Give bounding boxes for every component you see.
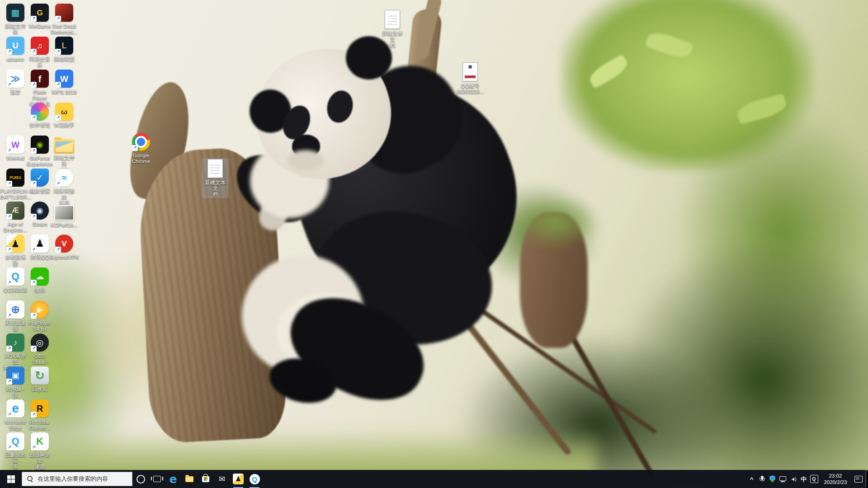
desktop-icon-wemod[interactable]: W↗WeMod (3, 136, 28, 161)
taskbar-cortana[interactable] (132, 470, 149, 488)
desktop-icon-tencent-qq[interactable]: ♟↗腾讯QQ (27, 235, 52, 260)
tray-microphone[interactable] (757, 470, 767, 488)
desktop-icon-kopu-photo[interactable]: KOPu61b... (52, 202, 77, 228)
desktop-icon-google-chrome[interactable]: ↗Google Chrome (128, 133, 154, 164)
icon-glyph: ♟ (35, 239, 44, 249)
desktop-icon-flash-repair[interactable]: f↗Flash Player 修复工具 (27, 70, 52, 107)
shortcut-arrow-icon: ↗ (55, 82, 61, 88)
tray-volume[interactable]: ◄) (788, 470, 798, 488)
tray-qq-tray[interactable]: Q (809, 470, 819, 488)
action-center-button[interactable] (852, 470, 865, 488)
desktop-icon-wechat[interactable]: ☁↗微信 (27, 267, 52, 293)
taskbar-mail[interactable]: ✉ (214, 470, 230, 488)
desktop-icon-netease-music[interactable]: ♫↗网易云音乐 (27, 37, 52, 68)
desktop-icon-steam[interactable]: ◉↗Steam (27, 202, 52, 227)
desktop-icon-label: PLAYERUN... BATTLEGR... (0, 188, 31, 200)
shortcut-arrow-icon: ↗ (31, 247, 37, 253)
shortcut-arrow-icon: ↗ (31, 82, 37, 88)
desktop-icon-label: 迅游网游加 速器 (27, 452, 52, 470)
show-desktop-button[interactable] (865, 470, 868, 488)
desktop-icon-label: upupoo (7, 56, 24, 62)
desktop-icon-red-dead-redemption[interactable]: ↗Red Dead Redempti... (52, 4, 77, 35)
desktop-icon-dolphin-accelerator[interactable]: ≈↗海豚网游加 速器 (52, 169, 77, 206)
taskbar-penguin-esports[interactable]: ♟ (230, 470, 246, 488)
shortcut-arrow-icon: ↗ (6, 346, 12, 352)
new-text-doc-center-icon (208, 159, 223, 178)
desktop-icon-new-text-doc-top[interactable]: 新建文本文 档 (380, 10, 405, 48)
shortcut-arrow-icon: ↗ (31, 445, 37, 450)
tray-pc-manager-tray[interactable] (767, 470, 778, 488)
tray-ime-chinese[interactable]: 中 (798, 470, 809, 488)
file-explorer-icon (185, 476, 193, 482)
thunder-icon: ≫↗ (6, 70, 24, 88)
desktop-icon-wegame[interactable]: G↗WeGame (27, 4, 52, 29)
wegame-icon: G↗ (31, 4, 49, 22)
wdian-assistant-icon: ω↗ (55, 103, 73, 121)
desktop-icon-penguin-live[interactable]: ♟↗企鹅直播助 手 (3, 235, 28, 272)
pc-manager-tray-icon (769, 475, 776, 483)
taskbar-task-view[interactable] (149, 470, 165, 488)
taskbar-file-explorer[interactable] (181, 470, 198, 488)
qq-account-doc-icon (462, 62, 478, 81)
icon-glyph: ↻ (35, 370, 45, 381)
desktop-icon-label: 英雄联盟 (54, 56, 75, 62)
start-button[interactable] (0, 470, 22, 488)
desktop-icon-xox-soundcard[interactable]: ♪↗XOX客所思 声卡控制... (3, 333, 28, 371)
desktop-icon-deleted-apps[interactable]: Q↗已删除的应 用 (3, 432, 28, 470)
desktop-icon-age-of-empires[interactable]: Æ↗Age of Empires... (3, 202, 28, 233)
icon-glyph: R (37, 404, 43, 413)
shortcut-arrow-icon: ↗ (31, 181, 37, 187)
desktop-icon-recycle-bin[interactable]: ↻回收站 (27, 366, 52, 392)
upupoo-icon: U↗ (6, 37, 24, 55)
search-input[interactable]: 在这里输入你要搜索的内容 (22, 472, 132, 486)
cortana-icon (137, 475, 145, 483)
tray-hidden-icons[interactable]: ^ (746, 470, 757, 488)
desktop-icon-qq-account-doc[interactable]: QQ账号 20200223... (458, 62, 483, 95)
desktop-icon-geforce-experience[interactable]: ◉↗GeForce Experience (27, 136, 52, 167)
desktop-icon-label: GeForce Experience (27, 155, 53, 167)
ime-chinese-icon: 中 (801, 476, 807, 482)
desktop-icon-wps-2019[interactable]: W↗WPS 2019 (52, 70, 77, 95)
icon-glyph: ▣ (11, 371, 19, 380)
taskbar-edge[interactable]: e (165, 470, 181, 488)
desktop-icon-this-pc[interactable]: ▣↗此电脑 - 快 捷方式 (3, 366, 28, 404)
shortcut-arrow-icon: ↗ (55, 16, 61, 22)
desktop-icon-new-text-doc-center[interactable]: 新建文本文 档 (203, 159, 228, 197)
desktop-icon-rockstar-games[interactable]: R↗Rockstar Games... (27, 399, 52, 431)
desktop-icon-pc-manager[interactable]: ✓↗电脑管家 (27, 169, 52, 194)
shortcut-arrow-icon: ↗ (6, 49, 12, 55)
shortcut-arrow-icon: ↗ (31, 16, 37, 22)
desktop-icon-tianxing-accelerator[interactable]: ⊕↗天行加速器 (3, 300, 28, 332)
desktop-icon-expressvpn[interactable]: V↗ExpressVPN (52, 235, 77, 260)
desktop-icon-new-folder-2[interactable]: 新建文件夹 (2) (52, 136, 77, 173)
microsoft-edge-icon: e↗ (6, 399, 24, 418)
tray-network[interactable] (778, 470, 788, 488)
desktop-icon-potplayer[interactable]: ▶↗PotPlayer 64 bit (27, 300, 52, 332)
shortcut-arrow-icon: ↗ (31, 412, 37, 418)
desktop-icon-pubg[interactable]: PUBG↗PLAYERUN... BATTLEGR... (3, 169, 28, 200)
icon-glyph: Q (11, 272, 19, 282)
netease-music-icon: ♫↗ (31, 37, 49, 55)
desktop-icon-label: W店助手 (54, 122, 74, 128)
desktop-icon-label: ExpressVPN (49, 254, 79, 260)
penguin-live-icon: ♟↗ (6, 235, 24, 253)
desktop-icon-thunder[interactable]: ≫↗迅雷 (3, 70, 28, 95)
desktop-icon-wdian-assistant[interactable]: ω↗W店助手 (52, 103, 77, 128)
taskbar-qq-browser[interactable]: Q (246, 470, 263, 488)
taskbar-clock[interactable]: 23:02 2020/2/23 (819, 473, 852, 485)
desktop-icon-xunyou-accelerator[interactable]: K↗迅游网游加 速器 (27, 432, 52, 470)
desktop-icon-obs-studio[interactable]: ◎↗OBS Studio (27, 333, 52, 365)
desktop-icon-microsoft-edge[interactable]: e↗Microsoft Edge (3, 399, 28, 431)
icon-glyph: Q (11, 436, 19, 446)
desktop-icon-qq-browser[interactable]: Q↗QQ浏览器 (3, 267, 28, 293)
desktop-icon-software-manager[interactable]: ↗软件管理 (27, 103, 52, 128)
shortcut-arrow-icon: ↗ (31, 148, 37, 154)
desktop-icon-label: Google Chrome (132, 153, 151, 164)
taskbar-microsoft-store[interactable] (198, 470, 214, 488)
desktop-icon-label: Rockstar Games... (29, 419, 51, 431)
search-placeholder: 在这里输入你要搜索的内容 (38, 475, 108, 483)
desktop-icon-upupoo[interactable]: U↗upupoo (3, 37, 28, 62)
desktop-icon-league-of-legends[interactable]: L↗英雄联盟 (52, 37, 77, 62)
desktop-icon-new-folder[interactable]: ▦新建文件夹 (3, 4, 28, 35)
desktop-icon-label: KOPu61b... (51, 222, 77, 228)
